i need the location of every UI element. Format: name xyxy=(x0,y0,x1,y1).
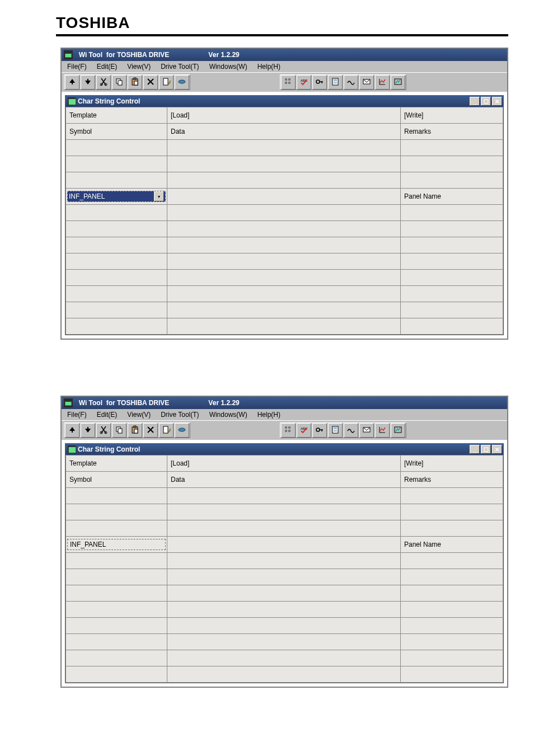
toolbar-btn-r6[interactable] xyxy=(359,423,374,438)
cell-empty[interactable] xyxy=(66,318,167,335)
cell-empty[interactable] xyxy=(66,286,167,302)
cell-empty[interactable] xyxy=(66,237,167,253)
menu-file[interactable]: File(F) xyxy=(63,410,92,420)
cell-empty[interactable] xyxy=(66,520,167,537)
menu-edit[interactable]: Edit(E) xyxy=(92,62,123,72)
cell-empty[interactable] xyxy=(401,666,503,683)
cell-empty[interactable] xyxy=(167,650,401,666)
toolbar-btn-r2[interactable]: ABC xyxy=(297,423,311,438)
char-string-grid[interactable]: Template [Load] [Write] Symbol Data Rema… xyxy=(65,107,503,335)
cell-empty[interactable] xyxy=(167,553,401,569)
cell-empty[interactable] xyxy=(401,602,503,618)
toolbar-btn-r5[interactable] xyxy=(344,423,358,438)
toolbar-paste-button[interactable] xyxy=(128,75,142,90)
cell-empty[interactable] xyxy=(401,205,503,221)
row-data-value[interactable] xyxy=(167,537,401,553)
toolbar-btn-r4[interactable] xyxy=(328,75,343,90)
menu-file[interactable]: File(F) xyxy=(63,62,92,72)
cell-empty[interactable] xyxy=(167,520,401,537)
header-load[interactable]: [Load] xyxy=(167,456,401,472)
cell-empty[interactable] xyxy=(167,286,401,302)
close-button[interactable]: ✕ xyxy=(492,97,502,106)
cell-empty[interactable] xyxy=(66,253,167,270)
cell-empty[interactable] xyxy=(401,270,503,286)
toolbar-delete-button[interactable] xyxy=(143,75,158,90)
cell-empty[interactable] xyxy=(167,172,401,189)
cell-empty[interactable] xyxy=(401,140,503,156)
toolbar-btn-r7[interactable] xyxy=(375,423,390,438)
cell-empty[interactable] xyxy=(401,172,503,189)
cell-empty[interactable] xyxy=(66,488,167,504)
cell-empty[interactable] xyxy=(167,488,401,504)
cell-empty[interactable] xyxy=(401,634,503,650)
close-button[interactable]: ✕ xyxy=(492,445,502,454)
menu-view[interactable]: View(V) xyxy=(123,62,156,72)
cell-empty[interactable] xyxy=(66,634,167,650)
cell-empty[interactable] xyxy=(66,618,167,634)
cell-empty[interactable] xyxy=(167,666,401,683)
menu-drivetool[interactable]: Drive Tool(T) xyxy=(156,410,204,420)
cell-empty[interactable] xyxy=(167,237,401,253)
toolbar-btn-r1[interactable] xyxy=(281,75,296,90)
toolbar-copy-button[interactable] xyxy=(112,75,127,90)
cell-empty[interactable] xyxy=(167,504,401,520)
cell-empty[interactable] xyxy=(167,602,401,618)
cell-empty[interactable] xyxy=(66,585,167,602)
cell-empty[interactable] xyxy=(66,602,167,618)
toolbar-disc-button[interactable] xyxy=(175,75,189,90)
row-symbol-selected[interactable]: INF_PANEL ▾ xyxy=(66,189,167,205)
cell-empty[interactable] xyxy=(167,569,401,585)
cell-empty[interactable] xyxy=(66,172,167,189)
cell-empty[interactable] xyxy=(167,156,401,172)
menu-edit[interactable]: Edit(E) xyxy=(92,410,123,420)
cell-empty[interactable] xyxy=(66,140,167,156)
toolbar-up-button[interactable] xyxy=(65,75,79,90)
dropdown-button[interactable]: ▾ xyxy=(154,191,164,201)
header-load[interactable]: [Load] xyxy=(167,107,401,124)
cell-empty[interactable] xyxy=(167,318,401,335)
cell-empty[interactable] xyxy=(167,585,401,602)
toolbar-disc-button[interactable] xyxy=(175,423,189,438)
cell-empty[interactable] xyxy=(167,302,401,318)
cell-empty[interactable] xyxy=(401,618,503,634)
cell-empty[interactable] xyxy=(66,221,167,237)
menu-view[interactable]: View(V) xyxy=(123,410,156,420)
menu-help[interactable]: Help(H) xyxy=(253,62,286,72)
cell-empty[interactable] xyxy=(401,156,503,172)
cell-empty[interactable] xyxy=(401,302,503,318)
minimize-button[interactable]: _ xyxy=(470,97,480,106)
toolbar-paste-button[interactable] xyxy=(128,423,142,438)
char-string-grid[interactable]: Template [Load] [Write] Symbol Data Rema… xyxy=(65,455,503,683)
cell-empty[interactable] xyxy=(167,140,401,156)
minimize-button[interactable]: _ xyxy=(470,445,480,454)
toolbar-btn-r8[interactable] xyxy=(391,423,405,438)
toolbar-delete-button[interactable] xyxy=(143,423,158,438)
cell-empty[interactable] xyxy=(401,221,503,237)
row-symbol-editing[interactable]: INF_PANEL xyxy=(66,537,167,553)
cell-empty[interactable] xyxy=(401,286,503,302)
toolbar-btn-r2[interactable]: ABC xyxy=(297,75,311,90)
cell-empty[interactable] xyxy=(167,205,401,221)
toolbar-btn-r7[interactable] xyxy=(375,75,390,90)
toolbar-up-button[interactable] xyxy=(65,423,79,438)
cell-empty[interactable] xyxy=(167,618,401,634)
cell-empty[interactable] xyxy=(401,520,503,537)
cell-empty[interactable] xyxy=(401,569,503,585)
cell-empty[interactable] xyxy=(66,650,167,666)
row-remarks-value[interactable]: Panel Name xyxy=(401,189,503,205)
toolbar-btn-r5[interactable] xyxy=(344,75,358,90)
maximize-button[interactable]: ☐ xyxy=(481,445,491,454)
row-data-value[interactable] xyxy=(167,189,401,205)
row-remarks-value[interactable]: Panel Name xyxy=(401,537,503,553)
cell-empty[interactable] xyxy=(401,237,503,253)
cell-empty[interactable] xyxy=(66,205,167,221)
cell-empty[interactable] xyxy=(66,156,167,172)
toolbar-down-button[interactable] xyxy=(81,423,95,438)
toolbar-cut-button[interactable] xyxy=(96,75,111,90)
cell-empty[interactable] xyxy=(401,253,503,270)
toolbar-btn-r3[interactable] xyxy=(312,423,327,438)
cell-empty[interactable] xyxy=(66,270,167,286)
menu-drivetool[interactable]: Drive Tool(T) xyxy=(156,62,204,72)
cell-empty[interactable] xyxy=(66,666,167,683)
toolbar-btn-r4[interactable] xyxy=(328,423,343,438)
